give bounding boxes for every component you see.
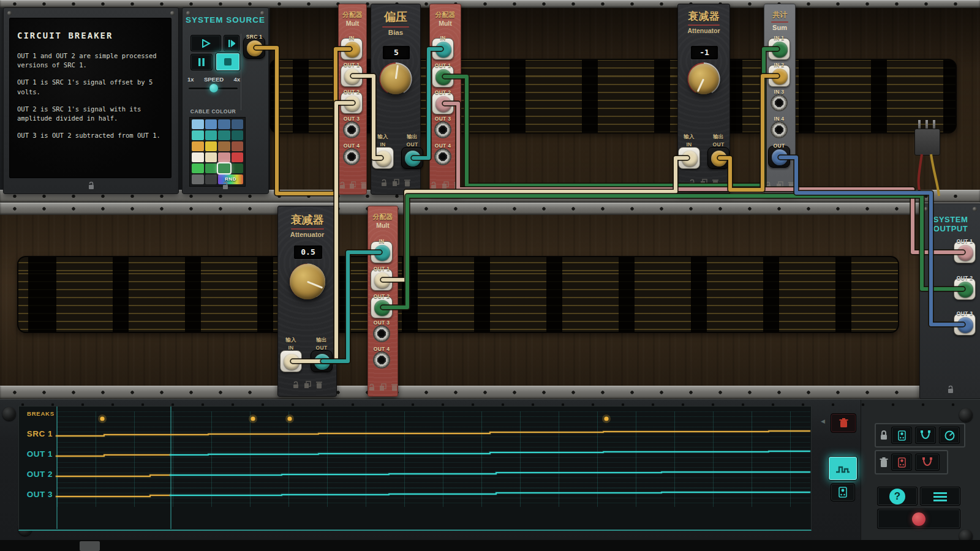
- stop-button[interactable]: [216, 53, 240, 71]
- attenuator-knob[interactable]: [290, 264, 325, 299]
- cable-colour-swatch[interactable]: [232, 163, 244, 173]
- mult2-out4-jack[interactable]: [432, 146, 454, 168]
- attenuator-knob[interactable]: [688, 64, 719, 94]
- duplicate-icon[interactable]: [349, 181, 355, 189]
- sum-out-jack[interactable]: [768, 146, 790, 168]
- mult2-in-jack[interactable]: [432, 38, 454, 60]
- mult1-in-jack[interactable]: [341, 38, 363, 60]
- panel-lock-icon[interactable]: [88, 181, 95, 192]
- pause-button[interactable]: [190, 54, 213, 70]
- mult3-out3-jack[interactable]: [371, 323, 393, 345]
- cable-colour-swatch[interactable]: [218, 163, 230, 173]
- scope-view-button[interactable]: [828, 456, 858, 481]
- cable-colour-swatch[interactable]: [218, 119, 230, 129]
- att1-in-jack[interactable]: [678, 147, 700, 169]
- help-button[interactable]: ?: [877, 487, 918, 506]
- mult1-out4-jack[interactable]: [341, 146, 363, 168]
- duplicate-icon[interactable]: [442, 181, 449, 189]
- panel-lock-icon[interactable]: [222, 181, 229, 192]
- duplicate-icon[interactable]: [379, 383, 386, 391]
- src1-jack[interactable]: [243, 37, 265, 59]
- sysout-2-jack[interactable]: [954, 278, 976, 300]
- attenuator-value-display[interactable]: 0.5: [294, 246, 322, 259]
- cable-colour-swatch[interactable]: [218, 130, 230, 140]
- sum-in1-jack[interactable]: [768, 38, 790, 60]
- sysout-1-jack[interactable]: [954, 241, 976, 263]
- rack-view-button[interactable]: [831, 483, 855, 501]
- cable-colour-swatch[interactable]: [205, 152, 217, 162]
- mult1-out3-jack[interactable]: [341, 119, 363, 141]
- unlock-icon[interactable]: [368, 383, 375, 391]
- trash-icon[interactable]: [404, 179, 411, 187]
- speed-slider[interactable]: [189, 88, 238, 89]
- bias-value-display[interactable]: 5: [383, 46, 410, 59]
- trash-icon[interactable]: [788, 181, 795, 189]
- mult1-out2-jack[interactable]: [341, 92, 363, 114]
- unlock-icon[interactable]: [688, 179, 696, 187]
- cable-colour-swatch[interactable]: [192, 130, 204, 140]
- trash-icon[interactable]: [453, 181, 461, 189]
- unlock-icon[interactable]: [339, 181, 345, 189]
- panel-lock-icon[interactable]: [947, 385, 954, 396]
- cable-colour-swatch[interactable]: [205, 119, 217, 129]
- unlock-icon[interactable]: [380, 179, 388, 187]
- cable-colour-swatch[interactable]: [232, 141, 244, 151]
- mult3-out4-jack[interactable]: [371, 349, 393, 371]
- cable-colour-swatch[interactable]: [192, 163, 204, 173]
- record-button[interactable]: [877, 509, 960, 529]
- bias-out-jack[interactable]: [401, 147, 423, 169]
- mult2-out3-jack[interactable]: [432, 119, 454, 141]
- mult3-out2-jack[interactable]: [371, 296, 393, 318]
- duplicate-icon[interactable]: [776, 181, 783, 189]
- sum-in4-jack[interactable]: [768, 119, 790, 141]
- cable-colour-swatch[interactable]: [205, 163, 217, 173]
- sum-in2-jack[interactable]: [768, 65, 790, 87]
- duplicate-icon[interactable]: [700, 179, 707, 187]
- cable-colour-swatch[interactable]: [205, 130, 217, 140]
- cable-colour-swatch[interactable]: [192, 152, 204, 162]
- step-button[interactable]: [224, 35, 239, 51]
- menu-button[interactable]: [920, 487, 960, 506]
- duplicate-icon[interactable]: [304, 381, 311, 389]
- unlock-icon[interactable]: [764, 181, 772, 189]
- attenuator-value-display[interactable]: -1: [691, 46, 718, 59]
- cable-colour-swatch[interactable]: [218, 152, 230, 162]
- mult3-out1-jack[interactable]: [371, 269, 393, 291]
- lock-modules-button[interactable]: [891, 427, 912, 444]
- cable-colour-swatch[interactable]: [232, 152, 244, 162]
- play-button[interactable]: [190, 35, 221, 51]
- delete-cables-button[interactable]: [915, 454, 940, 471]
- mult2-out2-jack[interactable]: [432, 92, 454, 114]
- cable-colour-swatch[interactable]: [205, 141, 217, 151]
- trash-icon[interactable]: [712, 179, 719, 187]
- sum-in3-jack[interactable]: [768, 92, 790, 114]
- bias-in-jack[interactable]: [372, 147, 394, 169]
- att05-in-jack[interactable]: [280, 350, 302, 372]
- cable-colour-swatch[interactable]: [232, 119, 244, 129]
- lock-cables-button[interactable]: [915, 427, 936, 444]
- cable-colour-swatch[interactable]: [192, 119, 204, 129]
- trash-icon[interactable]: [315, 381, 323, 389]
- unlock-icon[interactable]: [430, 181, 437, 189]
- lock-knobs-button[interactable]: [939, 427, 960, 444]
- mult2-out1-jack[interactable]: [432, 66, 454, 88]
- mult3-in-jack[interactable]: [371, 241, 393, 263]
- bias-knob[interactable]: [380, 64, 411, 94]
- duplicate-icon[interactable]: [392, 179, 399, 187]
- trash-icon[interactable]: [391, 383, 398, 391]
- unlock-icon[interactable]: [292, 381, 300, 389]
- mult1-out1-jack[interactable]: [341, 65, 363, 87]
- cable-colour-swatch[interactable]: [218, 141, 230, 151]
- cable-colour-swatch[interactable]: [192, 174, 204, 184]
- clear-breaks-button[interactable]: [831, 413, 856, 433]
- collapse-arrow-icon[interactable]: ◀: [821, 418, 825, 424]
- speed-slider-thumb[interactable]: [209, 84, 218, 92]
- cable-colour-swatch[interactable]: [232, 130, 244, 140]
- cable-colour-swatch[interactable]: [205, 174, 217, 184]
- cable-colour-swatch[interactable]: [192, 141, 204, 151]
- delete-modules-button[interactable]: [891, 454, 912, 471]
- att05-out-jack[interactable]: [311, 350, 333, 372]
- sysout-3-jack[interactable]: [954, 313, 976, 335]
- att1-out-jack[interactable]: [707, 147, 729, 169]
- trash-icon[interactable]: [360, 181, 366, 189]
